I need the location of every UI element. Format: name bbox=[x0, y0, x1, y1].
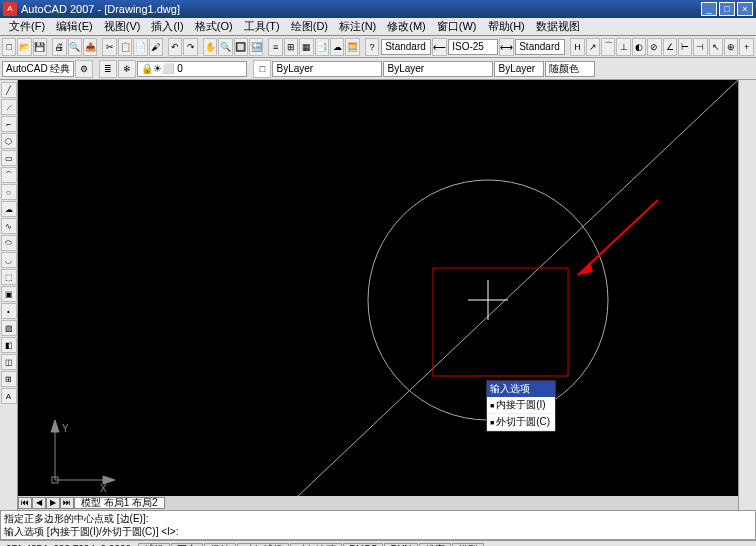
textstyle-combo[interactable]: Standard bbox=[381, 39, 431, 55]
menu-dataview[interactable]: 数据视图 bbox=[531, 18, 585, 35]
properties-icon[interactable]: ≡ bbox=[268, 38, 282, 56]
menu-window[interactable]: 窗口(W) bbox=[432, 18, 482, 35]
workspace-combo[interactable]: AutoCAD 经典 bbox=[2, 61, 74, 77]
dimrad-icon[interactable]: ◐ bbox=[632, 38, 646, 56]
polygon-icon[interactable]: ⬡ bbox=[1, 133, 17, 149]
dimcont-icon[interactable]: ⊣ bbox=[693, 38, 707, 56]
help-icon[interactable]: ? bbox=[365, 38, 379, 56]
paste-icon[interactable]: 📄 bbox=[133, 38, 147, 56]
menu-edit[interactable]: 编辑(E) bbox=[51, 18, 98, 35]
point-icon[interactable]: • bbox=[1, 303, 17, 319]
menu-help[interactable]: 帮助(H) bbox=[483, 18, 530, 35]
toolpalettes-icon[interactable]: ▦ bbox=[299, 38, 313, 56]
revcloud-icon[interactable]: ☁ bbox=[1, 201, 17, 217]
preview-icon[interactable]: 🔍 bbox=[68, 38, 82, 56]
undo-icon[interactable]: ↶ bbox=[168, 38, 182, 56]
layerfreeze-icon[interactable]: ❄ bbox=[118, 60, 136, 78]
workspace-settings-icon[interactable]: ⚙ bbox=[75, 60, 93, 78]
menu-draw[interactable]: 绘图(D) bbox=[286, 18, 333, 35]
osnap-toggle[interactable]: 对象捕捉 bbox=[237, 543, 289, 547]
tolerance-icon[interactable]: ⊕ bbox=[724, 38, 738, 56]
ellipsearc-icon[interactable]: ◡ bbox=[1, 252, 17, 268]
designcenter-icon[interactable]: ⊞ bbox=[284, 38, 298, 56]
gradient-icon[interactable]: ◧ bbox=[1, 337, 17, 353]
zoomwin-icon[interactable]: 🔲 bbox=[234, 38, 248, 56]
insert-icon[interactable]: ⬚ bbox=[1, 269, 17, 285]
copy-icon[interactable]: 📋 bbox=[118, 38, 132, 56]
leader-icon[interactable]: ↖ bbox=[709, 38, 723, 56]
block-icon[interactable]: ▣ bbox=[1, 286, 17, 302]
dimang-icon[interactable]: ∠ bbox=[663, 38, 677, 56]
plotstyle-combo[interactable]: 随颜色 bbox=[545, 61, 595, 77]
save-icon[interactable]: 💾 bbox=[33, 38, 47, 56]
ortho-toggle[interactable]: 正交 bbox=[171, 543, 203, 547]
new-icon[interactable]: □ bbox=[2, 38, 16, 56]
tab-prev-icon[interactable]: ◀ bbox=[32, 497, 46, 509]
snap-toggle[interactable]: 捕捉 bbox=[138, 543, 170, 547]
sheetset-icon[interactable]: 📑 bbox=[315, 38, 329, 56]
menu-file[interactable]: 文件(F) bbox=[4, 18, 50, 35]
colorbox-icon[interactable]: □ bbox=[253, 60, 271, 78]
tab-next-icon[interactable]: ▶ bbox=[46, 497, 60, 509]
tab-last-icon[interactable]: ⏭ bbox=[60, 497, 74, 509]
polyline-icon[interactable]: ⌐ bbox=[1, 116, 17, 132]
menu-modify[interactable]: 修改(M) bbox=[382, 18, 431, 35]
maximize-button[interactable]: □ bbox=[719, 2, 735, 16]
dimdia-icon[interactable]: ⊘ bbox=[647, 38, 661, 56]
linetype-combo[interactable]: ByLayer bbox=[383, 61, 493, 77]
drawing-canvas[interactable]: X Y 输入选项 内接于圆(I) 外切于圆(C) bbox=[18, 80, 738, 496]
otrack-toggle[interactable]: 对象追踪 bbox=[290, 543, 342, 547]
open-icon[interactable]: 📂 bbox=[17, 38, 31, 56]
color-combo[interactable]: ByLayer bbox=[272, 61, 382, 77]
print-icon[interactable]: 🖨 bbox=[52, 38, 66, 56]
arc-icon[interactable]: ⌒ bbox=[1, 167, 17, 183]
cut-icon[interactable]: ✂ bbox=[102, 38, 116, 56]
lineweight-combo[interactable]: ByLayer bbox=[494, 61, 544, 77]
region-icon[interactable]: ◫ bbox=[1, 354, 17, 370]
dim2-icon[interactable]: ⟷ bbox=[499, 38, 514, 56]
model-tab[interactable]: 模型 布局1 布局2 bbox=[74, 497, 165, 509]
dimalign-icon[interactable]: ↗ bbox=[586, 38, 600, 56]
close-button[interactable]: × bbox=[737, 2, 753, 16]
publish-icon[interactable]: 📤 bbox=[83, 38, 97, 56]
dimlinear-icon[interactable]: H bbox=[570, 38, 584, 56]
menu-dimension[interactable]: 标注(N) bbox=[334, 18, 381, 35]
menu-format[interactable]: 格式(O) bbox=[190, 18, 238, 35]
layer-combo[interactable]: 🔒☀⬜ 0 bbox=[137, 61, 247, 77]
dimord-icon[interactable]: ⊥ bbox=[616, 38, 630, 56]
layerprop-icon[interactable]: ≣ bbox=[99, 60, 117, 78]
ellipse-icon[interactable]: ⬭ bbox=[1, 235, 17, 251]
rectangle-icon[interactable]: ▭ bbox=[1, 150, 17, 166]
centermark-icon[interactable]: + bbox=[739, 38, 753, 56]
calc-icon[interactable]: 🧮 bbox=[345, 38, 359, 56]
menu-view[interactable]: 视图(V) bbox=[99, 18, 146, 35]
tablestyle-combo[interactable]: Standard bbox=[515, 39, 565, 55]
text-icon[interactable]: A bbox=[1, 388, 17, 404]
line-icon[interactable]: ╱ bbox=[1, 82, 17, 98]
dim-icon[interactable]: ⟵ bbox=[432, 38, 447, 56]
zoomprev-icon[interactable]: 🔙 bbox=[249, 38, 263, 56]
menu-insert[interactable]: 插入(I) bbox=[146, 18, 188, 35]
hatch-icon[interactable]: ▨ bbox=[1, 320, 17, 336]
circle-icon[interactable]: ○ bbox=[1, 184, 17, 200]
dyn-toggle[interactable]: DYN bbox=[384, 543, 417, 547]
matchprop-icon[interactable]: 🖌 bbox=[149, 38, 163, 56]
dimstyle-combo[interactable]: ISO-25 bbox=[448, 39, 498, 55]
context-option-inscribed[interactable]: 内接于圆(I) bbox=[487, 397, 555, 414]
minimize-button[interactable]: _ bbox=[701, 2, 717, 16]
dimarc-icon[interactable]: ⌒ bbox=[601, 38, 615, 56]
command-line[interactable]: 指定正多边形的中心点或 [边(E)]: 输入选项 [内接于圆(I)/外切于圆(C… bbox=[0, 510, 756, 540]
tab-first-icon[interactable]: ⏮ bbox=[18, 497, 32, 509]
ducs-toggle[interactable]: DUCS bbox=[343, 543, 383, 547]
xline-icon[interactable]: ⟋ bbox=[1, 99, 17, 115]
redo-icon[interactable]: ↷ bbox=[183, 38, 197, 56]
spline-icon[interactable]: ∿ bbox=[1, 218, 17, 234]
polar-toggle[interactable]: 极轴 bbox=[204, 543, 236, 547]
markup-icon[interactable]: ☁ bbox=[330, 38, 344, 56]
context-option-circumscribed[interactable]: 外切于圆(C) bbox=[487, 414, 555, 431]
lwt-toggle[interactable]: 线宽 bbox=[419, 543, 451, 547]
menu-tools[interactable]: 工具(T) bbox=[239, 18, 285, 35]
table-icon[interactable]: ⊞ bbox=[1, 371, 17, 387]
model-toggle[interactable]: 模型 bbox=[452, 543, 484, 547]
zoom-icon[interactable]: 🔍 bbox=[218, 38, 232, 56]
